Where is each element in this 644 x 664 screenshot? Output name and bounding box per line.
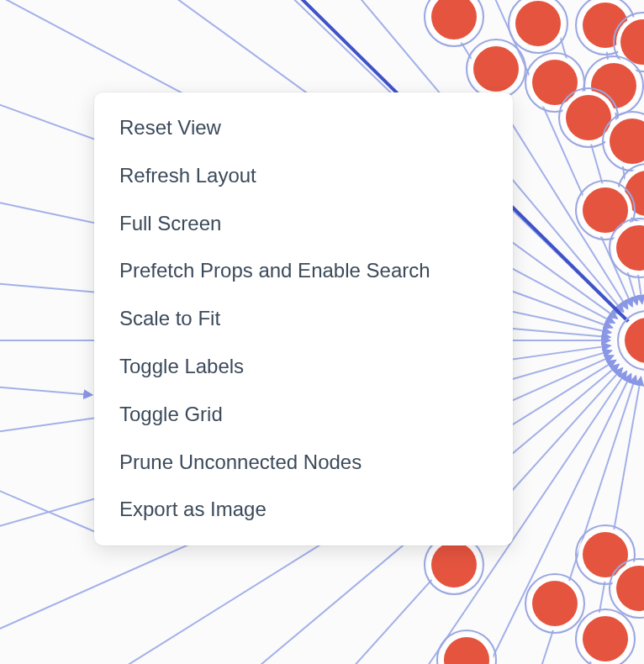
- graph-node[interactable]: [425, 0, 483, 46]
- menu-item-prefetch[interactable]: Prefetch Props and Enable Search: [94, 247, 513, 295]
- svg-point-5: [515, 1, 561, 46]
- menu-item-toggle-labels[interactable]: Toggle Labels: [94, 343, 513, 391]
- menu-item-toggle-grid[interactable]: Toggle Grid: [94, 391, 513, 439]
- graph-node[interactable]: [509, 0, 567, 53]
- graph-node[interactable]: [618, 311, 644, 370]
- menu-item-prune-nodes[interactable]: Prune Unconnected Nodes: [94, 439, 513, 487]
- graph-node[interactable]: [467, 40, 525, 98]
- svg-point-50: [532, 581, 578, 626]
- graph-node[interactable]: [525, 574, 584, 633]
- graph-edge: [0, 487, 109, 538]
- graph-canvas[interactable]: Reset View Refresh Layout Full Screen Pr…: [0, 0, 644, 664]
- graph-node[interactable]: [576, 609, 635, 664]
- menu-item-refresh-layout[interactable]: Refresh Layout: [94, 152, 513, 200]
- graph-edge: [0, 387, 92, 395]
- svg-point-32: [583, 187, 628, 233]
- context-menu: Reset View Refresh Layout Full Screen Pr…: [94, 92, 513, 545]
- svg-point-53: [583, 616, 628, 661]
- menu-item-full-screen[interactable]: Full Screen: [94, 200, 513, 248]
- menu-item-scale-to-fit[interactable]: Scale to Fit: [94, 295, 513, 343]
- graph-node[interactable]: [437, 630, 496, 664]
- svg-point-41: [431, 542, 477, 588]
- svg-point-14: [473, 46, 519, 92]
- menu-item-reset-view[interactable]: Reset View: [94, 104, 513, 152]
- menu-item-export-image[interactable]: Export as Image: [94, 486, 513, 534]
